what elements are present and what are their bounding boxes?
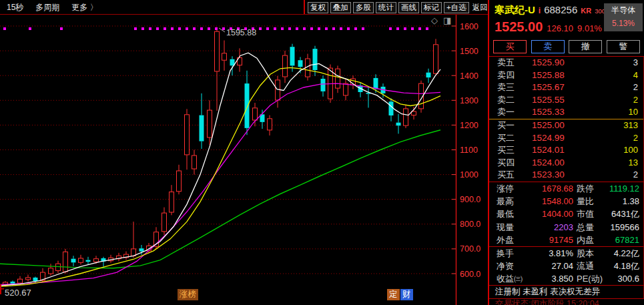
ask-volume: 4	[633, 69, 638, 82]
stock-name[interactable]: 寒武纪-U	[495, 4, 535, 17]
sector-box[interactable]: 半导体 5.13%	[604, 3, 643, 31]
toolbar-overlay-button[interactable]: 叠加	[330, 2, 351, 13]
toolbar-statistics-button[interactable]: 统计	[376, 2, 396, 13]
candles-group	[3, 27, 438, 287]
y-axis-label: 1000	[460, 170, 478, 180]
bid-row[interactable]: 买五1523.302	[489, 169, 643, 182]
toolbar-fuquan-button[interactable]: 复权	[308, 2, 328, 13]
ask-label: 卖一	[497, 106, 515, 119]
quote-stats-secondary: 换手3.81%股本4.22亿净资27.04流通4.18亿收益㈢3.850PE(动…	[489, 247, 644, 286]
bid-price: 1524.99	[532, 132, 565, 145]
period-15s-control[interactable]: 15秒	[7, 2, 23, 13]
stat-label: 涨停	[497, 182, 514, 195]
more-control[interactable]: 更多 〉	[71, 2, 97, 13]
quote-stats-primary: 涨停1678.68跌停1119.12最高1548.00量比1.38最低1404.…	[489, 182, 644, 247]
toolbar-mark-button[interactable]: 标记	[421, 2, 442, 13]
bid-volume: 313	[623, 119, 638, 132]
stat-label: 市值	[577, 208, 594, 220]
y-axis-label: 1100	[460, 145, 478, 155]
y-axis-label: 700.0	[460, 244, 480, 254]
ad-badge-定[interactable]: 定	[387, 289, 400, 300]
stock-name-row: 寒武纪-U i 688256 KR 300	[495, 4, 605, 17]
stat-value: 1678.68	[520, 182, 573, 195]
stat-label: 内盘	[577, 234, 594, 246]
stat-label: 最高	[497, 195, 514, 208]
ask-label: 卖五	[497, 57, 515, 69]
flag-marker-icon[interactable]: ◇	[431, 16, 438, 25]
ask-price: 1525.90	[532, 57, 565, 69]
bid-price: 1524.00	[532, 157, 565, 170]
trade-撤-button[interactable]: 撤	[569, 40, 602, 53]
ask-volume: 2	[633, 81, 638, 94]
trade-卖-button[interactable]: 卖	[531, 40, 565, 53]
ask-price: 1525.33	[532, 106, 565, 119]
stat-value: 3.81%	[520, 247, 573, 260]
ask-label: 卖三	[497, 81, 515, 94]
ask-row[interactable]: 卖二1525.552	[489, 94, 643, 107]
toolbar-multi-stock-button[interactable]: 多股	[353, 2, 374, 13]
bid-volume: 100	[623, 144, 638, 157]
bid-volume: 2	[633, 169, 638, 182]
stat-value: 3.850	[520, 272, 573, 285]
bid-price: 1523.30	[532, 169, 565, 182]
peak-price-label: 1595.88	[226, 28, 256, 37]
stat-row: 外盘91745内盘67821	[489, 234, 643, 246]
stat-label: 现量	[497, 221, 514, 234]
trade-警-button[interactable]: 警	[607, 40, 640, 53]
bid-row[interactable]: 买一1525.00313	[489, 119, 643, 132]
bid-row[interactable]: 买四1524.0013	[489, 157, 643, 170]
stat-value: 91745	[520, 234, 573, 246]
bid-row[interactable]: 买二1524.992	[489, 132, 643, 145]
stat-row: 换手3.81%股本4.22亿	[489, 247, 643, 260]
price-change: 126.10	[547, 23, 573, 33]
ask-row[interactable]: 卖一1525.3310	[489, 106, 643, 119]
stat-value: 6431亿	[611, 208, 639, 220]
stat-value: 67821	[615, 234, 639, 246]
sector-name: 半导体	[604, 3, 643, 17]
y-axis-label: 800.0	[460, 220, 480, 229]
trading-status: 交易状态:闭市阶段 15:20:04	[489, 299, 644, 305]
stat-row: 最低1404.00市值6431亿	[489, 208, 643, 220]
ask-row[interactable]: 卖五1525.903	[489, 57, 643, 69]
bid-label: 买四	[497, 157, 515, 170]
kr-tag: KR	[581, 7, 591, 15]
listing-notice: 注册制 未盈利 表决权无差异	[489, 286, 644, 299]
ask-volume: 3	[633, 57, 638, 69]
y-axis-label: 1400	[460, 71, 478, 81]
trade-买-button[interactable]: 买	[493, 40, 527, 53]
y-axis-label: 1200	[460, 121, 478, 130]
ask-volume: 10	[629, 106, 638, 119]
stat-value: 1404.00	[520, 208, 573, 220]
stat-row: 收益㈢3.850PE(动)300.6	[489, 272, 643, 285]
stat-value: 159566	[611, 221, 639, 234]
min-price-label: 520.67	[5, 288, 31, 298]
stat-label: 股本	[577, 247, 594, 260]
stat-label: 流通	[577, 260, 594, 272]
period-controls: 15秒 多周期 更多 〉	[7, 0, 98, 15]
bid-label: 买三	[497, 144, 515, 157]
ad-badge-财[interactable]: 财	[400, 289, 413, 300]
stat-row: 现量2203总量159566	[489, 221, 643, 234]
info-icon[interactable]: i	[539, 6, 541, 15]
ad-badge-涨榜[interactable]: 涨榜	[178, 289, 198, 300]
stat-row: 涨停1678.68跌停1119.12	[489, 182, 643, 195]
sector-change: 5.13%	[604, 17, 643, 30]
stat-label: 最低	[497, 208, 514, 220]
panel-toggle-icon[interactable]: ◨	[443, 16, 451, 25]
toolbar-draw-line-button[interactable]: 画线	[398, 2, 419, 13]
ask-row[interactable]: 卖三1525.672	[489, 81, 643, 94]
toolbar-add-watchlist-button[interactable]: +自选	[444, 2, 469, 13]
ask-row[interactable]: 卖四1525.884	[489, 69, 643, 82]
bid-row[interactable]: 买三1524.01100	[489, 144, 643, 157]
order-book: 卖五1525.903卖四1525.884卖三1525.672卖二1525.552…	[489, 57, 644, 182]
candlestick-chart[interactable]: 1600150014001300120011001000900.0800.070…	[0, 15, 488, 305]
stat-row: 净资27.04流通4.18亿	[489, 260, 643, 272]
stat-value: 2203	[520, 221, 573, 234]
ask-levels: 卖五1525.903卖四1525.884卖三1525.672卖二1525.552…	[489, 57, 643, 119]
stat-label: 换手	[497, 247, 514, 260]
toolbar-buttons: 复权叠加多股统计画线标记+自选返回	[308, 1, 489, 14]
bid-volume: 13	[629, 157, 638, 170]
stat-label: 收益㈢	[497, 272, 523, 285]
multi-period-control[interactable]: 多周期	[35, 2, 59, 13]
toolbar-back-button[interactable]: 返回	[471, 3, 489, 13]
